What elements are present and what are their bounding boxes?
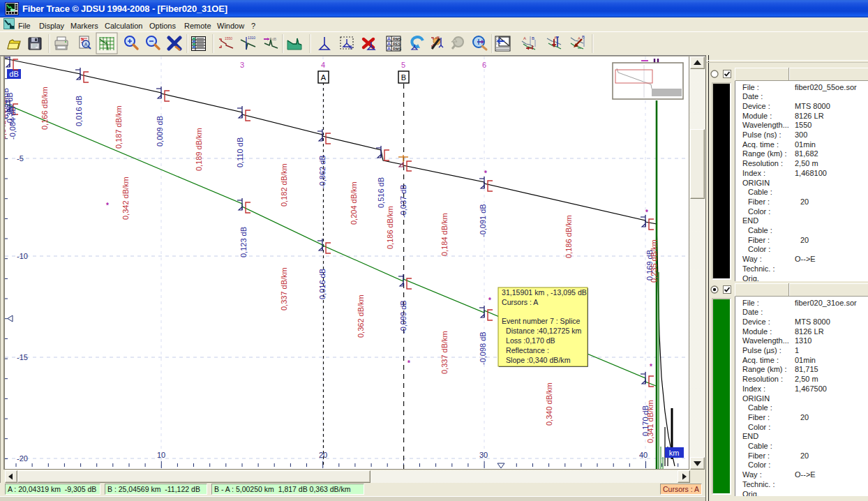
- svg-text:1550: 1550: [225, 36, 232, 40]
- svg-text:*: *: [106, 202, 109, 209]
- svg-text:Loss :0,170 dB: Loss :0,170 dB: [506, 336, 555, 345]
- svg-text:A: A: [523, 36, 526, 40]
- svg-text:*: *: [650, 363, 652, 371]
- svg-text:0,166 dB/km: 0,166 dB/km: [40, 87, 49, 130]
- svg-text:31,15901 km , -13,095 dB: 31,15901 km , -13,095 dB: [502, 288, 587, 297]
- svg-text:0,337 dB/km: 0,337 dB/km: [440, 331, 449, 374]
- svg-text:30: 30: [479, 451, 488, 459]
- svg-text:0,016 dB: 0,016 dB: [318, 269, 327, 299]
- svg-text:0,186 dB/km: 0,186 dB/km: [564, 215, 573, 258]
- svg-text:-0,098 dB: -0,098 dB: [479, 331, 487, 365]
- svg-text:-0,037 dB: -0,037 dB: [399, 184, 407, 218]
- svg-text:1310: 1310: [248, 36, 255, 40]
- svg-text:Distance :40,12725 km: Distance :40,12725 km: [506, 327, 582, 335]
- svg-text:0,123 dB: 0,123 dB: [239, 227, 248, 257]
- svg-text:10: 10: [157, 451, 165, 459]
- svg-text:A: A: [84, 42, 88, 47]
- svg-text:dB: dB: [9, 70, 18, 78]
- svg-text:0,186 dB/km: 0,186 dB/km: [386, 206, 394, 249]
- svg-text:-5: -5: [17, 154, 24, 163]
- svg-text:0,187 dB/km: 0,187 dB/km: [114, 105, 123, 149]
- svg-text:Event number 7 : Splice: Event number 7 : Splice: [502, 317, 581, 325]
- svg-text:*: *: [484, 170, 487, 177]
- svg-text:0,342 dB/km: 0,342 dB/km: [5, 96, 7, 140]
- svg-text:0,009 dB: 0,009 dB: [156, 116, 164, 147]
- svg-text:RMS: RMS: [393, 47, 401, 51]
- svg-text:B: B: [401, 73, 406, 82]
- svg-text:-10: -10: [17, 252, 28, 260]
- svg-text:*: *: [645, 209, 648, 216]
- svg-text:0,341 dB/km: 0,341 dB/km: [646, 400, 654, 443]
- svg-text:-0,084 dB: -0,084 dB: [8, 106, 17, 140]
- svg-text:Cursors : A: Cursors : A: [502, 298, 539, 306]
- svg-text:0,184 dB/km: 0,184 dB/km: [440, 213, 449, 256]
- svg-text:-0,091 dB: -0,091 dB: [479, 204, 487, 237]
- svg-text:A: A: [321, 73, 327, 82]
- svg-text:*: *: [407, 359, 410, 367]
- svg-text:0,110 dB: 0,110 dB: [236, 137, 244, 167]
- svg-text:6: 6: [482, 61, 486, 69]
- svg-text:Reflectance :: Reflectance :: [506, 346, 549, 354]
- svg-text:0,337 dB/km: 0,337 dB/km: [280, 267, 288, 311]
- svg-text:0,182 dB/km: 0,182 dB/km: [280, 163, 288, 207]
- svg-text:0,204 dB/km: 0,204 dB/km: [350, 181, 358, 225]
- svg-text:3: 3: [240, 61, 244, 69]
- svg-text:-0,099 dB: -0,099 dB: [399, 300, 407, 334]
- svg-text:RES: RES: [393, 42, 401, 46]
- svg-text:0,516 dB: 0,516 dB: [377, 177, 385, 208]
- svg-text:4: 4: [321, 61, 325, 69]
- svg-text:40: 40: [639, 451, 648, 459]
- svg-text:0,016 dB: 0,016 dB: [75, 96, 83, 126]
- svg-text:Slope :0,340 dB/km: Slope :0,340 dB/km: [506, 356, 571, 364]
- svg-text:0,340 dB/km: 0,340 dB/km: [545, 382, 553, 426]
- svg-text:dB: dB: [435, 36, 440, 40]
- svg-text:0,342 dB/km: 0,342 dB/km: [121, 177, 130, 220]
- svg-text:5: 5: [401, 61, 405, 69]
- svg-text:-0,862 dB: -0,862 dB: [318, 155, 327, 188]
- svg-text:0,189 dB/km: 0,189 dB/km: [195, 128, 203, 171]
- svg-text:B: B: [532, 36, 534, 40]
- svg-text:km: km: [669, 449, 680, 457]
- svg-text:RMS: RMS: [393, 37, 401, 41]
- svg-text:-20: -20: [17, 454, 28, 463]
- svg-text:*: *: [488, 297, 491, 304]
- svg-text:dB: dB: [272, 37, 277, 41]
- svg-text:0,362 dB/km: 0,362 dB/km: [357, 294, 365, 338]
- svg-text:-15: -15: [17, 353, 28, 361]
- svg-text:0,235 dB/km: 0,235 dB/km: [650, 239, 658, 283]
